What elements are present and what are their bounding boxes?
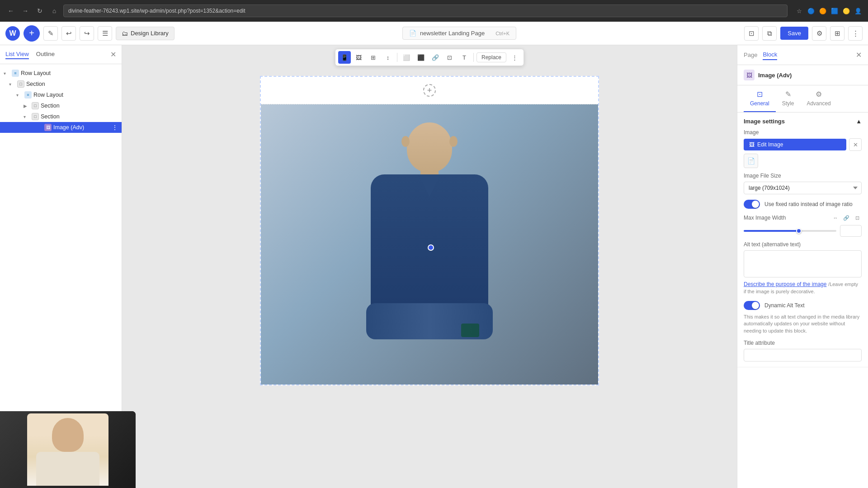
- browser-home-btn[interactable]: ⌂: [49, 5, 60, 16]
- tree-item-image-adv[interactable]: 🖼 Image (Adv) ⋮: [0, 122, 122, 133]
- tab-general[interactable]: ⊡ General: [744, 85, 776, 112]
- title-attr-label: Title attribute: [744, 340, 862, 346]
- describe-purpose-link[interactable]: Describe the purpose of the image: [744, 281, 826, 287]
- tree-item-more-button[interactable]: ⋮: [112, 124, 118, 131]
- resize-button[interactable]: ↕: [382, 51, 394, 64]
- tab-advanced[interactable]: ⚙ Advanced: [800, 85, 837, 112]
- tree-item-row-layout-1[interactable]: ▾ ≡ Row Layout: [0, 68, 122, 79]
- more-canvas-options-button[interactable]: ⋮: [508, 51, 521, 64]
- tree-item-section-1[interactable]: ▾ □ Section: [0, 79, 122, 89]
- tab-outline[interactable]: Outline: [36, 50, 55, 59]
- fixed-ratio-toggle[interactable]: [744, 200, 760, 209]
- align-left-button[interactable]: ⬜: [400, 51, 413, 64]
- profile-icon[interactable]: 👤: [854, 6, 863, 15]
- tree-expand-icon: ▾: [4, 71, 10, 76]
- tree-item-row-layout-2[interactable]: ▾ ≡ Row Layout: [0, 89, 122, 100]
- file-icon-button[interactable]: 📄: [744, 154, 758, 168]
- page-title-bar[interactable]: 📄 newsletter Landing Page Ctrl+K: [402, 27, 516, 40]
- image-select-button[interactable]: 🖼: [353, 51, 365, 64]
- row-icon-2: ≡: [24, 91, 32, 99]
- wp-logo: W: [5, 26, 20, 41]
- tree-label-row-2: Row Layout: [33, 92, 63, 98]
- image-icon: 🖼: [44, 124, 52, 131]
- external-link-button[interactable]: ⧉: [762, 26, 777, 41]
- component-icon: 🖼: [744, 70, 755, 80]
- list-view-button[interactable]: ☰: [98, 26, 112, 41]
- resize-handle[interactable]: [428, 244, 434, 251]
- dynamic-alt-toggle[interactable]: [744, 301, 760, 310]
- left-panel-close-button[interactable]: ✕: [110, 50, 116, 59]
- edit-image-button[interactable]: 🖼 Edit Image: [744, 139, 846, 150]
- toolbar-center: 📄 newsletter Landing Page Ctrl+K: [178, 27, 741, 40]
- dynamic-alt-description: This makes it so alt text changed in the…: [744, 314, 862, 334]
- tree-expand-icon-2: ▾: [16, 93, 23, 98]
- edit-image-row: 🖼 Edit Image ✕: [744, 138, 862, 151]
- mobile-view-button[interactable]: 📱: [338, 51, 351, 64]
- browser-back-btn[interactable]: ←: [5, 5, 16, 16]
- title-attr-input[interactable]: [744, 349, 862, 361]
- edit-image-icon: 🖼: [749, 141, 755, 148]
- max-width-slider[interactable]: [744, 230, 836, 232]
- address-bar[interactable]: divine-feather-76243.wp1.site/wp-admin/p…: [63, 5, 788, 17]
- tree-item-section-2[interactable]: ▶ □ Section: [0, 100, 122, 111]
- canvas-toolbar: 📱 🖼 ⊞ ↕ ⬜ ⬛ 🔗 ⊡ T Replace ⋮: [335, 49, 524, 66]
- crop-button[interactable]: ⊡: [443, 51, 456, 64]
- edit-button[interactable]: ✎: [43, 26, 58, 41]
- link-button[interactable]: 🔗: [429, 51, 442, 64]
- remove-image-button[interactable]: ✕: [849, 138, 862, 151]
- canvas-add-row-area: +: [261, 77, 598, 104]
- tab-block[interactable]: Block: [763, 50, 777, 60]
- tab-page[interactable]: Page: [744, 50, 757, 60]
- max-width-reset-button[interactable]: ⊡: [853, 213, 862, 222]
- max-width-link-button[interactable]: 🔗: [842, 213, 851, 222]
- browser-extension-icons: ☆ 🔵 🟠 🟦 🟡 👤: [795, 6, 863, 15]
- tab-style[interactable]: ✎ Style: [776, 85, 801, 112]
- tree-expand-icon-4: ▾: [24, 114, 30, 119]
- page-canvas: +: [260, 76, 599, 385]
- more-options-button[interactable]: ⋮: [848, 26, 863, 41]
- browser-refresh-btn[interactable]: ↻: [34, 5, 45, 16]
- style-tab-icon: ✎: [785, 90, 791, 99]
- section-icon-3: □: [32, 113, 39, 120]
- grid-tool-button[interactable]: ⊞: [367, 51, 380, 64]
- row-icon: ≡: [12, 70, 19, 77]
- max-width-label: Max Image Width ↔ 🔗 ⊡: [744, 213, 862, 222]
- text-button[interactable]: T: [458, 51, 471, 64]
- section-icon-2: □: [32, 102, 39, 109]
- dynamic-alt-knob: [752, 302, 759, 309]
- image-settings-header[interactable]: Image settings ▲: [744, 118, 862, 125]
- section-icon-1: □: [17, 80, 24, 88]
- tab-list-view[interactable]: List View: [5, 50, 29, 59]
- wp-toolbar: W + ✎ ↩ ↪ ☰ 🗂 Design Library 📄 newslette…: [0, 22, 868, 45]
- right-panel-close-button[interactable]: ✕: [856, 51, 862, 59]
- save-button[interactable]: Save: [780, 27, 808, 40]
- dynamic-alt-row: Dynamic Alt Text: [744, 301, 862, 310]
- toolbar-separator-2: [473, 53, 474, 62]
- grid-view-button[interactable]: ⊞: [830, 26, 844, 41]
- max-width-input[interactable]: [840, 225, 862, 237]
- replace-button[interactable]: Replace: [476, 52, 506, 62]
- left-panel-header: List View Outline ✕: [0, 45, 122, 64]
- redo-button[interactable]: ↪: [80, 26, 94, 41]
- tree-label-section-1: Section: [26, 81, 45, 87]
- add-row-button[interactable]: +: [423, 84, 436, 97]
- add-block-button[interactable]: +: [24, 25, 40, 42]
- align-center-button[interactable]: ⬛: [415, 51, 427, 64]
- design-library-button[interactable]: 🗂 Design Library: [116, 27, 175, 40]
- alt-text-input[interactable]: [744, 250, 862, 277]
- page-title-text: newsletter Landing Page: [420, 30, 485, 37]
- max-width-info-button[interactable]: ↔: [831, 213, 840, 222]
- fixed-ratio-row: Use fixed ratio instead of image ratio: [744, 200, 862, 209]
- image-label: Image: [744, 129, 862, 136]
- advanced-tab-icon: ⚙: [816, 90, 822, 99]
- file-size-select[interactable]: large (709x1024) medium (521x752) small …: [744, 182, 862, 194]
- browser-forward-btn[interactable]: →: [20, 5, 31, 16]
- settings-button[interactable]: ⚙: [812, 26, 826, 41]
- right-panel: Page Block ✕ 🖼 Image (Adv) ⊡ General ✎ S…: [737, 45, 868, 488]
- settings-tabs: ⊡ General ✎ Style ⚙ Advanced: [737, 85, 868, 113]
- tree-label-section-3: Section: [41, 113, 60, 120]
- tree-item-section-3[interactable]: ▾ □ Section: [0, 111, 122, 122]
- undo-button[interactable]: ↩: [61, 26, 76, 41]
- alt-text-describe-row: Describe the purpose of the image /Leave…: [744, 281, 862, 296]
- responsive-view-button[interactable]: ⊡: [744, 26, 759, 41]
